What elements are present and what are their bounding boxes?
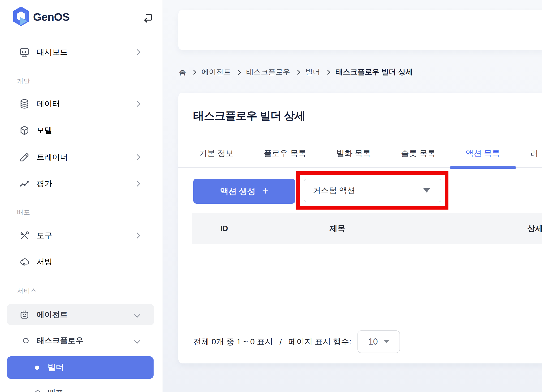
plus-icon: + [262, 184, 268, 197]
sidebar-item-label: 배포 [48, 388, 63, 392]
sidebar-item-label: 태스크플로우 [37, 335, 83, 346]
column-header-id: ID [220, 213, 228, 244]
dashboard-icon [19, 47, 30, 58]
action-type-dropdown[interactable]: 커스텀 액션 [304, 179, 441, 202]
chevron-down-icon [134, 312, 140, 318]
sidebar-item-agent[interactable]: 에이전트 [7, 304, 154, 325]
chevron-right-icon [325, 70, 330, 74]
tab-basic-info[interactable]: 기본 정보 [199, 139, 233, 167]
sidebar-item-label: 대시보드 [37, 47, 68, 58]
bullet-dot-icon [35, 366, 39, 370]
chevron-down-icon [134, 338, 140, 343]
pagination-bar: 전체 0개 중 1 ~ 0 표시 / 페이지 표시 행수: 10 [193, 328, 400, 356]
cloud-icon [19, 256, 30, 267]
sidebar-item-deploy[interactable]: 배포 [7, 382, 154, 392]
caret-down-icon [384, 340, 389, 343]
sidebar-item-model[interactable]: 모델 [7, 120, 154, 141]
detail-card: 태스크플로우 빌더 상세 기본 정보 플로우 목록 발화 목록 슬롯 목록 액션… [178, 93, 542, 363]
sidebar-collapse-icon[interactable] [142, 13, 154, 25]
chevron-right-icon [295, 70, 300, 74]
sidebar-item-label: 트레이너 [37, 152, 68, 163]
sidebar-item-label: 도구 [37, 230, 52, 241]
breadcrumb-builder[interactable]: 빌더 [305, 67, 320, 77]
bullet-circle-icon [35, 390, 40, 392]
breadcrumb-current: 태스크플로우 빌더 상세 [336, 67, 413, 77]
brand-name: GenOS [33, 10, 70, 23]
sidebar-item-label: 평가 [37, 178, 52, 189]
sidebar-item-data[interactable]: 데이터 [7, 93, 154, 114]
rows-per-page-value: 10 [368, 337, 378, 347]
pagination-summary: 전체 0개 중 1 ~ 0 표시 [193, 336, 273, 347]
chevron-right-icon [134, 101, 140, 107]
caret-down-icon [423, 188, 430, 193]
rows-per-page-select[interactable]: 10 [358, 330, 400, 353]
bullet-circle-icon [23, 338, 29, 343]
chevron-right-icon [191, 70, 196, 74]
database-icon [19, 98, 30, 110]
sidebar-item-label: 모델 [37, 125, 52, 136]
tab-partial-clipped[interactable]: 러 [530, 139, 538, 167]
sidebar-item-builder-active[interactable]: 빌더 [7, 356, 154, 379]
sidebar-item-taskflow[interactable]: 태스크플로우 [7, 330, 154, 351]
table-header-row: ID 제목 상세 [192, 213, 542, 244]
breadcrumb-agent[interactable]: 에이전트 [201, 67, 231, 77]
agent-robot-icon [19, 309, 30, 320]
rows-per-page-label: 페이지 표시 행수: [288, 336, 351, 347]
page-title: 태스크플로우 빌더 상세 [193, 109, 305, 123]
tools-icon [19, 230, 30, 241]
sidebar-item-label: 서빙 [37, 257, 52, 267]
sidebar-item-label: 빌더 [48, 362, 64, 373]
pencil-icon [19, 152, 30, 163]
sidebar-item-evaluation[interactable]: 평가 [7, 173, 154, 194]
sidebar-item-dashboard[interactable]: 대시보드 [7, 42, 154, 63]
cube-icon [19, 125, 30, 136]
sidebar-item-label: 에이전트 [37, 309, 68, 320]
sidebar-section-deploy: 배포 [17, 208, 30, 217]
breadcrumb: 홈 에이전트 태스크플로우 빌더 태스크플로우 빌더 상세 [179, 67, 413, 77]
sidebar-item-trainer[interactable]: 트레이너 [7, 147, 154, 168]
sidebar: GenOS 대시보드 개발 데이터 [0, 0, 163, 392]
tab-flow-list[interactable]: 플로우 목록 [264, 139, 306, 167]
column-header-title: 제목 [330, 213, 345, 244]
chevron-right-icon [236, 70, 241, 74]
sidebar-item-serving[interactable]: 서빙 [7, 251, 154, 272]
sidebar-section-service: 서비스 [17, 286, 37, 295]
create-action-label: 액션 생성 [220, 186, 256, 197]
chevron-right-icon [134, 180, 140, 186]
create-action-button[interactable]: 액션 생성 + [193, 179, 295, 204]
tab-utterance-list[interactable]: 발화 목록 [336, 139, 371, 167]
tab-action-list-active[interactable]: 액션 목록 [466, 139, 500, 167]
sidebar-item-tools[interactable]: 도구 [7, 225, 154, 246]
breadcrumb-home[interactable]: 홈 [179, 67, 186, 77]
genos-logo-icon [13, 7, 29, 26]
action-type-value: 커스텀 액션 [313, 185, 355, 196]
chevron-right-icon [134, 49, 140, 55]
column-header-detail: 상세 [527, 213, 542, 244]
trend-line-icon [19, 178, 30, 189]
sidebar-item-label: 데이터 [37, 99, 60, 109]
pagination-separator: / [280, 337, 282, 346]
top-bar-card [178, 10, 542, 50]
tab-bar: 기본 정보 플로우 목록 발화 목록 슬롯 목록 액션 목록 러 [178, 139, 542, 168]
chevron-right-icon [134, 154, 140, 160]
tab-slot-list[interactable]: 슬롯 목록 [401, 139, 435, 167]
breadcrumb-taskflow[interactable]: 태스크플로우 [246, 67, 290, 77]
chevron-right-icon [134, 233, 140, 238]
sidebar-section-dev: 개발 [17, 77, 30, 85]
